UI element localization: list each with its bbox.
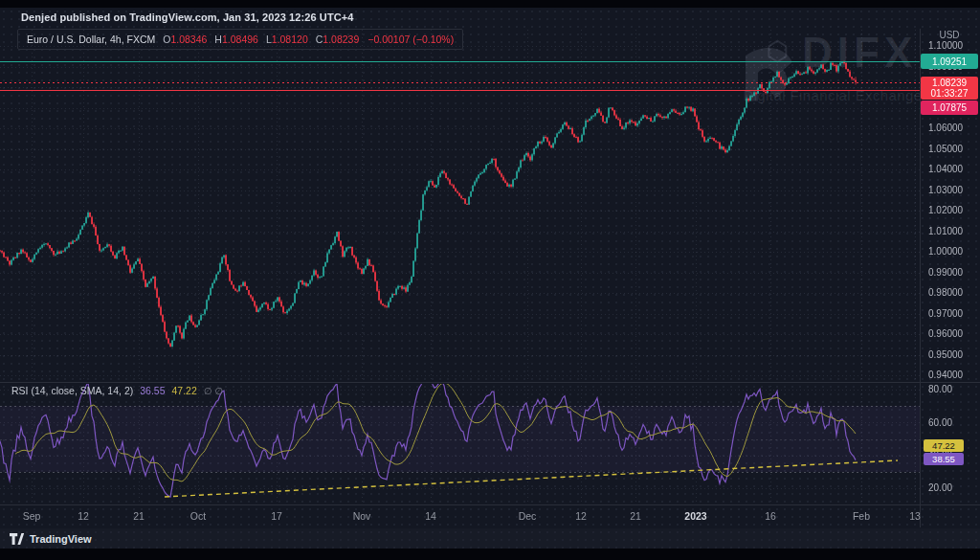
publish-attribution: Denjed published on TradingView.com, Jan… bbox=[21, 11, 354, 23]
footer-bar: TradingView bbox=[0, 528, 980, 549]
current-price-label[interactable]: 1.08239 01:33:27 bbox=[921, 77, 978, 100]
price-change: −0.00107 (−0.10%) bbox=[368, 34, 454, 45]
bar-countdown: 01:33:27 bbox=[931, 88, 969, 99]
tradingview-brand-text[interactable]: TradingView bbox=[30, 533, 92, 545]
price-line-label-low[interactable]: 1.07875 bbox=[921, 101, 978, 115]
ohlc-close: C1.08239 bbox=[314, 34, 360, 45]
rsi-title[interactable]: RSI (14, close, SMA, 14, 2) bbox=[11, 385, 133, 396]
symbol-legend[interactable]: Euro / U.S. Dollar, 4h, FXCM O1.08346 H1… bbox=[17, 29, 463, 50]
rsi-ma-axis-label[interactable]: 47.22 bbox=[924, 439, 964, 452]
rsi-ma-value: 47.22 bbox=[172, 385, 197, 396]
ohlc-low: L1.08120 bbox=[264, 34, 308, 45]
rsi-current-value: 36.55 bbox=[140, 385, 165, 396]
price-chart-canvas[interactable] bbox=[0, 0, 980, 560]
ohlc-open: O1.08346 bbox=[161, 34, 207, 45]
rsi-legend[interactable]: RSI (14, close, SMA, 14, 2) 36.55 47.22 … bbox=[11, 385, 223, 396]
ohlc-high: H1.08496 bbox=[212, 34, 258, 45]
price-line-label-high[interactable]: 1.09251 bbox=[921, 54, 978, 69]
symbol-name[interactable]: Euro / U.S. Dollar, 4h, FXCM bbox=[27, 34, 155, 45]
price-scale-currency[interactable]: USD bbox=[920, 30, 979, 40]
tradingview-chart-window: Denjed published on TradingView.com, Jan… bbox=[0, 0, 980, 560]
rsi-hidden-series-icon: ∅ ∅ bbox=[204, 386, 223, 396]
tradingview-logo-icon[interactable] bbox=[10, 533, 24, 545]
rsi-value-axis-label[interactable]: 38.55 bbox=[924, 453, 964, 465]
